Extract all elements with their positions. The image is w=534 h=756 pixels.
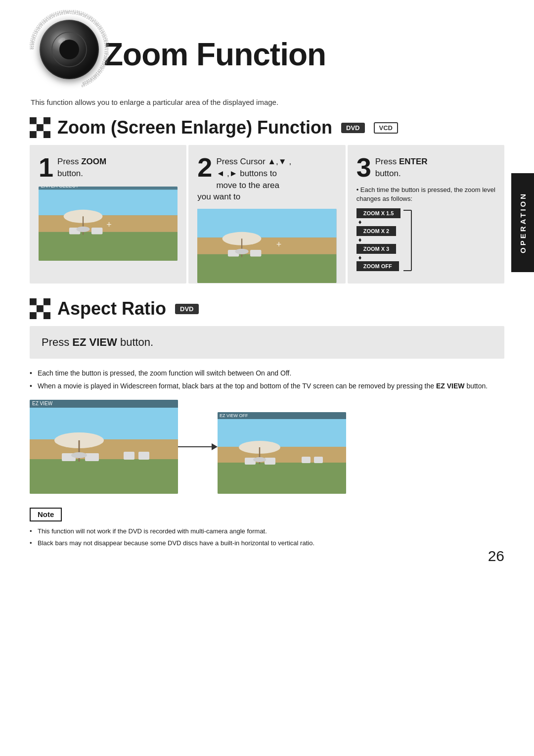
svg-rect-8 bbox=[37, 117, 44, 124]
zoom-box-4: ZOOM OFF bbox=[356, 261, 399, 271]
lens-circle bbox=[40, 20, 99, 79]
svg-rect-15 bbox=[44, 131, 50, 138]
svg-rect-19 bbox=[39, 232, 178, 261]
aspect-bullet-2: When a movie is played in Widescreen for… bbox=[30, 380, 504, 391]
step-2-text: Press Cursor ▲,▼ ,◄ ,► buttons tomove to… bbox=[197, 154, 336, 203]
svg-rect-12 bbox=[44, 124, 50, 131]
zoom-section-title: Zoom (Screen Enlarge) Function bbox=[57, 117, 332, 138]
svg-text:EZ VIEW OFF: EZ VIEW OFF bbox=[220, 413, 248, 418]
ez-view-image: EZ VIEW bbox=[30, 400, 178, 494]
operation-sidebar: OPERATION bbox=[511, 173, 534, 272]
svg-rect-48 bbox=[37, 312, 44, 319]
svg-rect-57 bbox=[85, 453, 99, 461]
zoom-level-4: ZOOM OFF bbox=[356, 261, 401, 271]
svg-rect-60 bbox=[138, 452, 149, 460]
step-3-box: 3 Press ENTERbutton. • Each time the but… bbox=[348, 145, 504, 284]
zoom-level-1: ZOOM X 1.5 ♦ bbox=[356, 208, 401, 226]
svg-text:EZ VIEW: EZ VIEW bbox=[32, 401, 53, 406]
subtitle-text: This function allows you to enlarge a pa… bbox=[31, 98, 504, 106]
step-3-number: 3 bbox=[356, 154, 371, 181]
svg-rect-13 bbox=[30, 131, 37, 138]
note-bullet-2: Black bars may not disappear because som… bbox=[30, 538, 504, 549]
connector-arrow bbox=[178, 400, 218, 494]
svg-rect-46 bbox=[44, 305, 50, 312]
note-box: Note bbox=[30, 508, 62, 521]
press-ez-view-text: Press EZ VIEW button. bbox=[42, 336, 153, 348]
svg-marker-64 bbox=[212, 443, 218, 450]
svg-rect-67 bbox=[218, 447, 346, 463]
svg-rect-47 bbox=[30, 312, 37, 319]
svg-point-24 bbox=[77, 227, 90, 232]
zoom-box-2: ZOOM X 2 bbox=[356, 226, 397, 236]
svg-rect-35 bbox=[250, 250, 262, 257]
svg-point-36 bbox=[235, 249, 249, 254]
press-ez-view-box: Press EZ VIEW button. bbox=[30, 326, 504, 359]
svg-rect-30 bbox=[197, 237, 336, 254]
svg-rect-49 bbox=[44, 312, 50, 319]
svg-rect-11 bbox=[37, 124, 44, 131]
page-content: 0100101101010100101010101001101001010101… bbox=[0, 0, 534, 579]
svg-rect-52 bbox=[30, 439, 178, 459]
step-2-number: 2 bbox=[197, 154, 212, 181]
step-3-text: Press ENTERbutton. bbox=[356, 154, 495, 180]
svg-text:+: + bbox=[276, 240, 282, 250]
page-title: Zoom Function bbox=[104, 36, 326, 73]
svg-text:+: + bbox=[106, 220, 112, 230]
svg-point-73 bbox=[253, 457, 266, 462]
step-1-image: ENTER SELECT + bbox=[39, 187, 178, 261]
zoom-note: • Each time the button is pressed, the z… bbox=[356, 186, 495, 203]
svg-rect-10 bbox=[30, 124, 37, 131]
zoom-box-3: ZOOM X 3 bbox=[356, 244, 397, 254]
ez-view-images-container: EZ VIEW bbox=[30, 400, 504, 494]
dvd-badge: DVD bbox=[341, 123, 364, 133]
zoom-box-1: ZOOM X 1.5 bbox=[356, 208, 401, 218]
note-bullet-1: This function will not work if the DVD i… bbox=[30, 526, 504, 537]
zoom-levels-list: ZOOM X 1.5 ♦ ZOOM X 2 ♦ ZOOM X 3 ♦ ZOOM … bbox=[356, 208, 401, 273]
svg-rect-29 bbox=[197, 209, 336, 237]
note-bullets: This function will not work if the DVD i… bbox=[30, 526, 504, 549]
svg-rect-23 bbox=[91, 228, 103, 235]
aspect-section-title: Aspect Ratio bbox=[57, 298, 166, 319]
aspect-section: Aspect Ratio DVD Press EZ VIEW button. E… bbox=[30, 298, 504, 548]
ez-view-bold: EZ VIEW bbox=[72, 336, 117, 348]
svg-rect-68 bbox=[218, 463, 346, 494]
zoom-arrow-1: ♦ bbox=[356, 218, 362, 226]
svg-rect-45 bbox=[37, 305, 44, 312]
step-3-bold: ENTER bbox=[399, 157, 428, 166]
svg-rect-53 bbox=[30, 459, 178, 494]
step-1-number: 1 bbox=[39, 154, 53, 181]
svg-rect-43 bbox=[44, 298, 50, 305]
aspect-section-header: Aspect Ratio DVD bbox=[30, 298, 504, 319]
svg-rect-59 bbox=[124, 452, 134, 460]
svg-text:ENTER SELECT: ENTER SELECT bbox=[41, 187, 79, 189]
svg-rect-9 bbox=[44, 117, 50, 124]
aspect-bullet-1: Each time the button is pressed, the zoo… bbox=[30, 368, 504, 378]
steps-container: 1 Press ZOOMbutton. bbox=[30, 145, 504, 284]
step-1-text: Press ZOOMbutton. bbox=[39, 154, 178, 180]
aspect-section-icon bbox=[30, 298, 50, 319]
step-2-box: 2 Press Cursor ▲,▼ ,◄ ,► buttons tomove … bbox=[188, 145, 345, 284]
aspect-dvd-badge: DVD bbox=[175, 304, 198, 314]
step-2-image: + bbox=[197, 209, 336, 283]
ez-view-off-image: EZ VIEW OFF bbox=[218, 412, 346, 494]
zoom-level-3: ZOOM X 3 ♦ bbox=[356, 244, 401, 262]
zoom-section-icon bbox=[30, 117, 50, 138]
operation-label: OPERATION bbox=[519, 192, 527, 253]
svg-rect-31 bbox=[197, 254, 336, 283]
zoom-section-header: Zoom (Screen Enlarge) Function DVD VCD bbox=[30, 117, 504, 138]
svg-rect-41 bbox=[30, 298, 37, 305]
zoom-bracket-svg bbox=[402, 208, 412, 273]
svg-rect-74 bbox=[302, 457, 311, 463]
vcd-badge: VCD bbox=[374, 122, 398, 134]
svg-rect-17 bbox=[39, 187, 178, 215]
aspect-bullet-list: Each time the button is pressed, the zoo… bbox=[30, 368, 504, 392]
svg-point-58 bbox=[71, 452, 87, 458]
svg-rect-72 bbox=[265, 458, 275, 465]
zoom-level-2: ZOOM X 2 ♦ bbox=[356, 226, 401, 244]
header-section: 0100101101010100101010101001101001010101… bbox=[30, 20, 504, 89]
page-number: 26 bbox=[488, 548, 504, 565]
svg-rect-44 bbox=[30, 305, 37, 312]
svg-rect-75 bbox=[314, 457, 323, 463]
svg-rect-42 bbox=[37, 298, 44, 305]
zoom-arrow-2: ♦ bbox=[356, 236, 362, 244]
